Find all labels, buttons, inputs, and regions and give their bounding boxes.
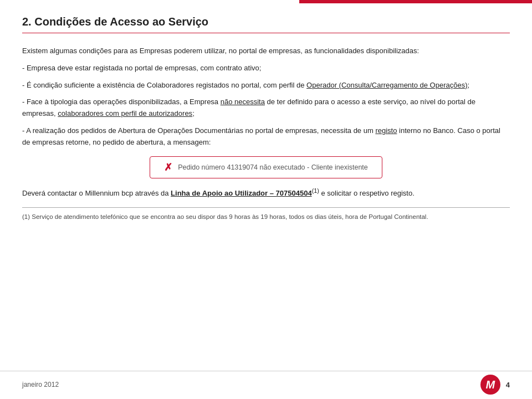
footnote-divider bbox=[22, 207, 510, 208]
intro-text: Existem algumas condições para as Empres… bbox=[22, 47, 419, 55]
nao-necessita-text: não necessita bbox=[221, 98, 265, 106]
footer-right: M 4 bbox=[480, 375, 510, 395]
registo-link[interactable]: registo bbox=[375, 126, 397, 135]
bullet3-text-part3: ; bbox=[192, 109, 195, 117]
bullet2-paragraph: - É condição suficiente a existência de … bbox=[22, 80, 510, 91]
error-message-box: ✗ Pedido número 41319074 não executado -… bbox=[150, 156, 382, 178]
footer-date: janeiro 2012 bbox=[22, 381, 59, 388]
title-divider bbox=[22, 33, 510, 33]
bullet4-paragraph: - A realização dos pedidos de Abertura d… bbox=[22, 125, 510, 149]
main-content: 2. Condições de Acesso ao Serviço Existe… bbox=[0, 0, 532, 233]
bullet4-text-part1: - A realização dos pedidos de Abertura d… bbox=[22, 126, 375, 135]
operador-link[interactable]: Operador (Consulta/Carregamento de Opera… bbox=[306, 81, 467, 89]
final-paragraph: Deverá contactar o Millennium bcp atravé… bbox=[22, 186, 510, 200]
footer: janeiro 2012 M 4 bbox=[0, 371, 532, 399]
bullet1-text: - Empresa deve estar registada no portal… bbox=[22, 64, 261, 72]
bullet1-paragraph: - Empresa deve estar registada no portal… bbox=[22, 63, 510, 74]
footnote-text: (1) Serviço de atendimento telefónico qu… bbox=[22, 212, 510, 222]
bullet3-text-part1: - Face à tipologia das operações disponi… bbox=[22, 98, 221, 106]
final-text-part1: Deverá contactar o Millennium bcp atravé… bbox=[22, 189, 171, 197]
error-text: Pedido número 41319074 não executado - C… bbox=[178, 163, 368, 171]
footer-page-number: 4 bbox=[506, 381, 510, 389]
bullet2-text-part1: - É condição suficiente a existência de … bbox=[22, 81, 306, 89]
apoio-utilizador-link[interactable]: Linha de Apoio ao Utilizador – 707504504 bbox=[171, 189, 312, 197]
error-icon: ✗ bbox=[164, 161, 172, 173]
bullet3-paragraph: - Face à tipologia das operações disponi… bbox=[22, 96, 510, 120]
bullet2-text-part2: ; bbox=[468, 81, 470, 89]
footnote-superscript: (1) bbox=[312, 187, 319, 194]
intro-paragraph: Existem algumas condições para as Empres… bbox=[22, 45, 510, 57]
autorizadores-link[interactable]: colaboradores com perfil de autorizadore… bbox=[58, 109, 192, 117]
page-title: 2. Condições de Acesso ao Serviço bbox=[22, 16, 510, 28]
footer-logo-letter: M bbox=[485, 378, 495, 391]
final-text-part2: e solicitar o respetivo registo. bbox=[319, 189, 415, 197]
footer-logo: M bbox=[480, 375, 500, 395]
